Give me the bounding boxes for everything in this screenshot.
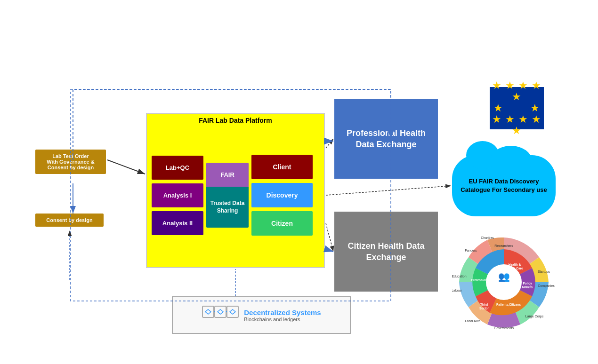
label-labour: Labour bbox=[452, 289, 462, 292]
inner-label-patients: Patients,Citizens bbox=[496, 303, 521, 307]
inner-label-makers: Makers bbox=[522, 285, 533, 289]
label-large-corps: Large Corps bbox=[525, 315, 544, 318]
svg-line-17 bbox=[326, 249, 333, 252]
label-researchers: Researchers bbox=[494, 244, 513, 247]
decentralized-title: Decentralized Systems bbox=[244, 309, 321, 317]
blockchain-icon bbox=[202, 301, 239, 329]
svg-marker-5 bbox=[205, 309, 211, 314]
label-education: Education bbox=[452, 275, 467, 278]
fair-lab-platform: FAIR Lab Data Platform Lab+QC Analysis I… bbox=[146, 113, 325, 268]
citizen-exchange-box: Citizen Health Data Exchange bbox=[334, 212, 438, 292]
lab-test-text: Lab Test OrderWith Governance &Consent b… bbox=[47, 153, 94, 170]
svg-line-13 bbox=[326, 139, 333, 148]
svg-rect-2 bbox=[227, 306, 238, 317]
svg-line-14 bbox=[326, 186, 451, 195]
citizen-block: Citizen bbox=[251, 211, 313, 236]
lab-qc-block: Lab+QC bbox=[152, 156, 203, 180]
eu-stars: ★ ★ ★ ★ ★★ ★★ ★ ★ ★ ★ bbox=[490, 80, 544, 137]
blockchain-svg bbox=[202, 301, 239, 325]
svg-line-12 bbox=[107, 160, 145, 174]
fair-block: FAIR bbox=[206, 163, 249, 187]
eu-flag: ★ ★ ★ ★ ★★ ★★ ★ ★ ★ ★ bbox=[490, 87, 544, 129]
inner-label-professionals: Professionals bbox=[471, 278, 492, 282]
eu-cloud-text: EU FAIR Data Discovery Catalogue For Sec… bbox=[452, 173, 556, 198]
svg-rect-0 bbox=[202, 306, 214, 317]
analysis1-block: Analysis I bbox=[152, 183, 203, 207]
label-local-auth: Local Auth. bbox=[465, 319, 482, 323]
lab-test-label: Lab Test OrderWith Governance &Consent b… bbox=[35, 150, 106, 174]
client-block: Client bbox=[251, 155, 313, 179]
middle-column: FAIR Trusted Data Sharing bbox=[206, 129, 249, 261]
label-companies: Companies bbox=[538, 284, 555, 288]
label-governments: Governments bbox=[494, 326, 514, 330]
svg-rect-1 bbox=[215, 306, 226, 317]
professional-exchange-text: Professional Health Data Exchange bbox=[334, 123, 438, 155]
inner-label-social: Social Care bbox=[506, 267, 523, 270]
decentralized-box: Decentralized Systems Blockchains and le… bbox=[172, 296, 351, 334]
left-column: Lab+QC Analysis I Analysis II bbox=[152, 129, 203, 261]
consent-text: Consent by design bbox=[46, 217, 92, 223]
label-startups: Startups bbox=[538, 270, 550, 274]
analysis2-block: Analysis II bbox=[152, 211, 203, 235]
fair-lab-title: FAIR Lab Data Platform bbox=[147, 114, 324, 126]
discovery-block: Discovery bbox=[251, 183, 313, 207]
stakeholder-wheel: Researchers Startups Companies Large Cor… bbox=[452, 230, 556, 334]
trusted-block: Trusted Data Sharing bbox=[206, 187, 249, 228]
label-funders: Funders bbox=[465, 249, 477, 252]
professional-exchange-box: Professional Health Data Exchange bbox=[334, 99, 438, 179]
decentralized-text: Decentralized Systems Blockchains and le… bbox=[244, 309, 321, 322]
label-charities: Charities bbox=[481, 236, 494, 239]
inner-label-policy: Policy bbox=[523, 282, 532, 285]
right-column: Client Discovery Citizen bbox=[251, 129, 313, 261]
center-icon: 👥 bbox=[498, 271, 510, 282]
inner-label-sector: Sector bbox=[479, 307, 489, 310]
eu-cloud-shape: EU FAIR Data Discovery Catalogue For Sec… bbox=[452, 155, 556, 216]
wheel-svg: Researchers Startups Companies Large Cor… bbox=[452, 230, 556, 334]
svg-marker-6 bbox=[218, 309, 223, 314]
decentralized-subtitle: Blockchains and ledgers bbox=[244, 317, 321, 322]
citizen-exchange-text: Citizen Health Data Exchange bbox=[334, 236, 438, 268]
inner-label-third: Third bbox=[480, 303, 488, 306]
inner-label-health: Health & bbox=[509, 263, 521, 266]
eu-fair-cloud: EU FAIR Data Discovery Catalogue For Sec… bbox=[452, 155, 556, 216]
svg-line-15 bbox=[326, 223, 333, 252]
svg-marker-7 bbox=[230, 309, 235, 314]
consent-by-design-label: Consent by design bbox=[35, 214, 104, 227]
